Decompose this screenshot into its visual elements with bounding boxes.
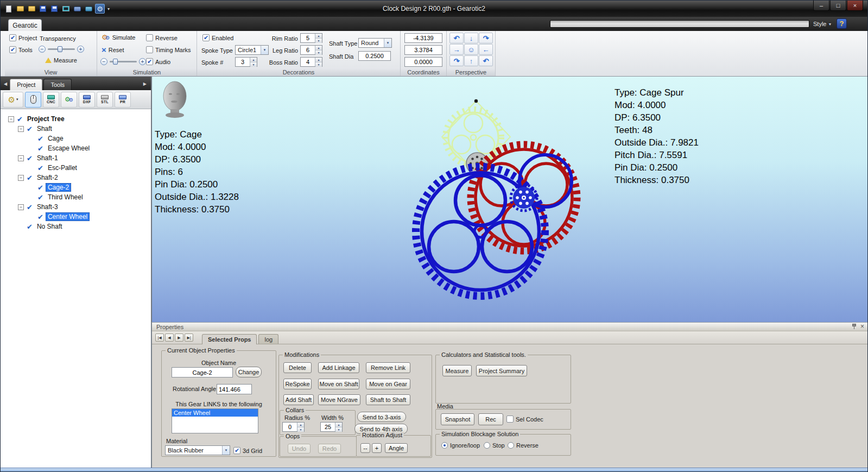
- undo-button[interactable]: Undo: [288, 444, 311, 454]
- slider-minus-icon[interactable]: −: [100, 58, 107, 65]
- slider-thumb[interactable]: [58, 46, 62, 52]
- tab-selected-props[interactable]: Selected Props: [202, 334, 257, 344]
- tab-tools[interactable]: Tools: [43, 79, 72, 90]
- rotational-angle-input[interactable]: [217, 384, 252, 394]
- move-on-shaft-button[interactable]: Move on Shaft: [318, 379, 359, 389]
- nav-last-button[interactable]: ▶|: [185, 333, 193, 342]
- add-shaft-button[interactable]: Add Shaft: [283, 394, 314, 405]
- settings-gear-icon[interactable]: ⚙: [95, 4, 105, 14]
- boss-ratio-input[interactable]: [301, 58, 315, 66]
- spinner-arrows[interactable]: ▲▼: [250, 58, 257, 66]
- tilt-left-button[interactable]: ↶: [449, 33, 464, 43]
- timing-marks-checkbox[interactable]: ✔ Timing Marks: [146, 46, 191, 53]
- nav-first-button[interactable]: |◀: [155, 333, 164, 342]
- stop-radio[interactable]: Stop: [484, 442, 505, 449]
- shaft-type-combo[interactable]: Round ▼: [358, 38, 392, 48]
- spoke-count-input[interactable]: [236, 58, 250, 66]
- project-summary-button[interactable]: Project Summary: [476, 365, 527, 376]
- dxf-export-button[interactable]: DXF: [79, 92, 95, 108]
- style-dropdown[interactable]: Style ▼: [813, 21, 832, 27]
- scroll-right-icon[interactable]: ▶: [143, 81, 147, 86]
- tools-checkbox[interactable]: ✔ Tools: [9, 46, 33, 53]
- 3d-grid-checkbox[interactable]: ✔ 3d Grid: [233, 447, 262, 454]
- collapse-icon[interactable]: −: [18, 155, 24, 161]
- rotate-down-button[interactable]: ↓: [464, 33, 478, 43]
- shaft-to-shaft-button[interactable]: Shaft to Shaft: [366, 394, 410, 405]
- remove-link-button[interactable]: Remove Link: [366, 362, 410, 373]
- tree-item-third-wheel[interactable]: ✔ Third Wheel: [1, 192, 151, 202]
- respoke-button[interactable]: ReSpoke: [283, 379, 312, 389]
- spoke-count-spinner[interactable]: ▲▼: [235, 57, 257, 67]
- rotation-angle-button[interactable]: Angle: [385, 443, 408, 453]
- slider-minus-icon[interactable]: −: [39, 46, 46, 53]
- collapse-icon[interactable]: −: [8, 116, 14, 122]
- tilt-right-button[interactable]: ↷: [479, 33, 493, 43]
- tree-item-esc-pallet[interactable]: ✔ Esc-Pallet: [1, 163, 151, 173]
- project-checkbox[interactable]: ✔ Project: [9, 34, 37, 41]
- tree-item-cage[interactable]: ✔ Cage: [1, 134, 151, 143]
- enabled-checkbox[interactable]: ✔ Enabled: [202, 34, 233, 41]
- delete-button[interactable]: Delete: [283, 362, 312, 373]
- close-panel-icon[interactable]: ×: [860, 323, 864, 330]
- tree-item-no-shaft[interactable]: − ✔ No Shaft: [1, 222, 151, 231]
- rim-ratio-spinner[interactable]: ▲▼: [300, 33, 322, 43]
- tree-item-shaft-1[interactable]: − ✔ Shaft-1: [1, 153, 151, 163]
- stl-export-button[interactable]: STL: [97, 92, 113, 108]
- collar-width-spinner[interactable]: ▲▼: [320, 422, 343, 432]
- ignore-loop-radio[interactable]: Ignore/loop: [441, 442, 480, 449]
- rec-button[interactable]: Rec: [478, 413, 503, 425]
- reset-view-button[interactable]: ☺: [464, 44, 478, 55]
- tree-item-escape-wheel[interactable]: ✔ Escape Wheel: [1, 143, 151, 153]
- display-icon[interactable]: [61, 4, 71, 14]
- spinner-arrows[interactable]: ▲▼: [335, 423, 342, 431]
- collapse-icon[interactable]: −: [18, 175, 24, 181]
- coordinate-z-field[interactable]: [404, 57, 442, 67]
- snapshot-button[interactable]: Snapshot: [441, 413, 474, 425]
- coordinate-y-field[interactable]: [404, 45, 442, 55]
- sel-codec-checkbox[interactable]: ✔ Sel Codec: [506, 416, 543, 423]
- spinner-arrows[interactable]: ▲▼: [315, 58, 322, 66]
- leg-ratio-spinner[interactable]: ▲▼: [300, 45, 322, 55]
- collar-radius-spinner[interactable]: ▲▼: [282, 422, 305, 432]
- boss-ratio-spinner[interactable]: ▲▼: [300, 57, 322, 67]
- spinner-arrows[interactable]: ▲▼: [297, 423, 304, 431]
- save-all-icon[interactable]: [49, 4, 59, 14]
- measure-button[interactable]: Measure: [45, 57, 77, 64]
- slider-thumb[interactable]: [113, 59, 118, 65]
- rotation-minus-button[interactable]: --: [360, 443, 370, 453]
- gear-menu-button[interactable]: ⚙ ▾: [3, 92, 23, 108]
- measure-tool-button[interactable]: Measure: [442, 365, 472, 376]
- tree-item-center-wheel[interactable]: ✔ Center Wheel: [1, 212, 151, 222]
- coordinate-x-field[interactable]: [404, 33, 442, 43]
- tree-item-shaft[interactable]: − ✔ Shaft: [1, 124, 151, 134]
- video-camera-icon[interactable]: [84, 4, 93, 14]
- tree-item-cage-2[interactable]: ✔ Cage-2: [1, 182, 151, 192]
- spoke-type-combo[interactable]: Circle1 ▼: [235, 45, 269, 55]
- tree-item-shaft-2[interactable]: − ✔ Shaft-2: [1, 173, 151, 182]
- simulate-button[interactable]: ⚙⚙ Simulate: [102, 34, 135, 41]
- slider-groove[interactable]: [110, 61, 137, 62]
- slider-groove[interactable]: [48, 48, 75, 50]
- scroll-left-icon[interactable]: ◀: [4, 81, 7, 86]
- transparency-slider[interactable]: − +: [39, 46, 84, 53]
- tree-item-shaft-3[interactable]: − ✔ Shaft-3: [1, 202, 151, 212]
- rotation-plus-button[interactable]: +: [372, 443, 382, 453]
- tab-gearotic[interactable]: Gearotic: [8, 19, 42, 31]
- reverse-checkbox[interactable]: ✔ Reverse: [146, 34, 178, 41]
- close-button[interactable]: ×: [847, 1, 863, 11]
- design-viewport[interactable]: Type: Cage Mod: 4.0000 DP: 6.3500 Pins: …: [151, 77, 868, 322]
- style-bar[interactable]: [550, 20, 809, 28]
- gear-pair-button[interactable]: ⚙⚙: [61, 92, 77, 108]
- object-name-input[interactable]: [172, 367, 233, 377]
- pin-icon[interactable]: [852, 324, 856, 329]
- links-listbox[interactable]: Center Wheel: [172, 408, 258, 433]
- collar-radius-input[interactable]: [283, 423, 297, 431]
- nav-prev-button[interactable]: ◀: [165, 333, 174, 342]
- send-to-3-axis-button[interactable]: Send to 3-axis: [357, 412, 406, 422]
- material-combo[interactable]: Black Rubber ▼: [165, 445, 230, 455]
- cnc-export-button[interactable]: CNC: [43, 92, 59, 108]
- leg-ratio-input[interactable]: [301, 46, 315, 54]
- new-file-icon[interactable]: [4, 4, 14, 14]
- audio-checkbox[interactable]: ✔ Audio: [146, 58, 170, 65]
- minimize-button[interactable]: –: [813, 1, 829, 11]
